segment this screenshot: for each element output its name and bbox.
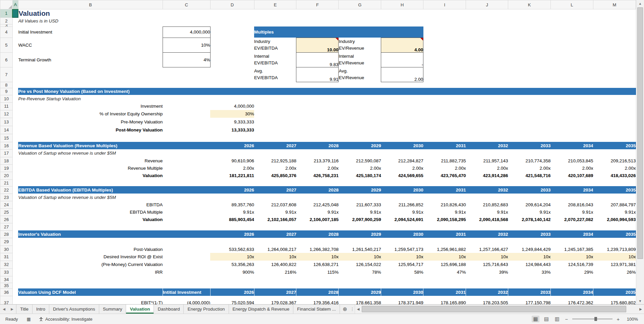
cell-B2[interactable]: All Values is in USD: [18, 17, 163, 24]
sheet-tab-intro[interactable]: Intro: [33, 305, 49, 314]
cell-F22[interactable]: 2028: [296, 186, 339, 194]
cell-C5[interactable]: 10%: [163, 38, 210, 52]
hscroll-left-icon[interactable]: ◀: [355, 305, 362, 314]
cell-L30[interactable]: 1,245,167,385: [551, 246, 593, 253]
page-break-view-icon[interactable]: ▥: [553, 316, 561, 322]
cell-I26[interactable]: 2,090,158,295: [423, 216, 466, 223]
cell-C14[interactable]: [163, 126, 210, 134]
cell-D13[interactable]: 9,333,333: [210, 118, 254, 126]
row-header-34[interactable]: 34: [0, 276, 13, 283]
cell-E28[interactable]: 2027: [254, 230, 296, 238]
cell-M33[interactable]: 26%: [593, 268, 636, 276]
cell-E22[interactable]: 2027: [254, 186, 296, 194]
row-header-22[interactable]: 22: [0, 186, 13, 194]
cell-B23[interactable]: Valuation of Sartup whose revenue is und…: [18, 194, 163, 201]
cell-J20[interactable]: 423,914,286: [466, 172, 508, 179]
zoom-level[interactable]: 100%: [624, 317, 638, 322]
cell-M36[interactable]: 2035: [593, 288, 636, 296]
row-header-2[interactable]: 2: [0, 17, 13, 24]
cell-J33[interactable]: 39%: [466, 268, 508, 276]
cell-D22[interactable]: 2026: [210, 186, 254, 194]
cell-J36[interactable]: 2032: [466, 288, 508, 296]
row-header-10[interactable]: 10: [0, 95, 13, 102]
cell-A19[interactable]: [12, 164, 18, 172]
vscroll-up-icon[interactable]: ▲: [636, 0, 644, 7]
cell-I32[interactable]: 125,696,188: [423, 261, 466, 268]
cell-C19[interactable]: [163, 164, 210, 172]
cell-B17[interactable]: Valuation of Sartup whose revenue is und…: [18, 149, 163, 157]
cell-A23[interactable]: [12, 194, 18, 201]
cell-E30[interactable]: 1,264,008,217: [254, 246, 296, 253]
cell-L37[interactable]: 176,472,362: [551, 296, 593, 304]
cell-H30[interactable]: 1,259,547,173: [381, 246, 423, 253]
cell-D5[interactable]: [210, 38, 254, 52]
page-layout-view-icon[interactable]: ▤: [543, 316, 550, 322]
vscroll-thumb[interactable]: [637, 7, 643, 259]
cell-D16[interactable]: 2026: [210, 142, 254, 149]
cell-A7[interactable]: [12, 67, 18, 82]
cell-L19[interactable]: 2.00x: [551, 164, 593, 172]
cell-K31[interactable]: 10x: [508, 253, 551, 261]
cell-I33[interactable]: 47%: [423, 268, 466, 276]
cell-E20[interactable]: 425,850,376: [254, 172, 296, 179]
cell-K20[interactable]: 421,548,716: [508, 172, 551, 179]
cell-G33[interactable]: 78%: [339, 268, 381, 276]
accessibility-status[interactable]: Accessibility: Investigate: [39, 317, 93, 322]
cell-J24[interactable]: 210,852,683: [466, 201, 508, 208]
cell-B22[interactable]: EBITDA Based Valuation (EBITDA Multiples…: [18, 186, 163, 194]
cell-L33[interactable]: 29%: [551, 268, 593, 276]
cell-C36[interactable]: Intitial Investment: [163, 288, 210, 296]
cell-K26[interactable]: 2,078,140,142: [508, 216, 551, 223]
column-header-E[interactable]: E: [254, 0, 296, 9]
cell-E31[interactable]: 10x: [254, 253, 296, 261]
cell-D31[interactable]: 10x: [210, 253, 254, 261]
row-header-29[interactable]: 29: [0, 238, 13, 246]
row-header-33[interactable]: 33: [0, 268, 13, 276]
cell-M26[interactable]: 2,060,994,593: [593, 216, 636, 223]
cell-A26[interactable]: [12, 216, 18, 223]
cell-E37[interactable]: 179,028,367: [254, 296, 296, 304]
row-header-26[interactable]: 26: [0, 216, 13, 223]
cell-D37[interactable]: 75,020,594: [210, 296, 254, 304]
column-header-F[interactable]: F: [296, 0, 339, 9]
cell-H31[interactable]: 10x: [381, 253, 423, 261]
cell-G36[interactable]: 2029: [339, 288, 381, 296]
cell-E18[interactable]: 212,925,188: [254, 157, 296, 164]
vscroll-down-icon[interactable]: ▼: [636, 298, 644, 304]
cell-J22[interactable]: 2032: [466, 186, 508, 194]
cell-L26[interactable]: 2,070,227,082: [551, 216, 593, 223]
tab-scroll-right-icon[interactable]: ▶: [8, 305, 16, 314]
cell-D14[interactable]: 13,333,333: [210, 126, 254, 134]
cell-L22[interactable]: 2034: [551, 186, 593, 194]
cell-M25[interactable]: 9.91x: [593, 208, 636, 216]
cell-C11[interactable]: [163, 102, 210, 110]
column-header-J[interactable]: J: [466, 0, 508, 9]
horizontal-scrollbar[interactable]: ◀ ▶: [355, 305, 644, 314]
cell-E5[interactable]: Industry EV/EBITDA: [254, 38, 296, 52]
cell-I24[interactable]: 210,826,430: [423, 201, 466, 208]
cell-A36[interactable]: [12, 288, 18, 296]
hscroll-track[interactable]: [362, 306, 637, 312]
cell-A11[interactable]: [12, 102, 18, 110]
cell-J37[interactable]: 178,203,505: [466, 296, 508, 304]
cell-I4-rest[interactable]: [423, 26, 636, 38]
sheet-tab-title[interactable]: Title: [16, 305, 33, 314]
cell-B31[interactable]: Desired Investor ROI @ Exist: [18, 253, 163, 261]
cell-A24[interactable]: [12, 201, 18, 208]
cell-E33[interactable]: 216%: [254, 268, 296, 276]
cell-A31[interactable]: [12, 253, 18, 261]
cell-E24[interactable]: 212,037,608: [254, 201, 296, 208]
cell-C33[interactable]: [163, 268, 210, 276]
cell-F26[interactable]: 2,106,007,185: [296, 216, 339, 223]
cell-I18[interactable]: 211,882,735: [423, 157, 466, 164]
row-header-4[interactable]: 4: [0, 26, 13, 38]
cell-C25[interactable]: [163, 208, 210, 216]
cell-B25[interactable]: EBITDA Multiple: [18, 208, 163, 216]
cell-I5-rest[interactable]: [423, 38, 636, 52]
cell-C23-rest[interactable]: [163, 194, 636, 201]
cell-A15-rest[interactable]: [12, 134, 636, 142]
row-header-11[interactable]: 11: [0, 102, 13, 110]
row-header-19[interactable]: 19: [0, 164, 13, 172]
cell-B5[interactable]: WACC: [18, 38, 163, 52]
cell-B4[interactable]: Initial Investment: [18, 26, 163, 38]
